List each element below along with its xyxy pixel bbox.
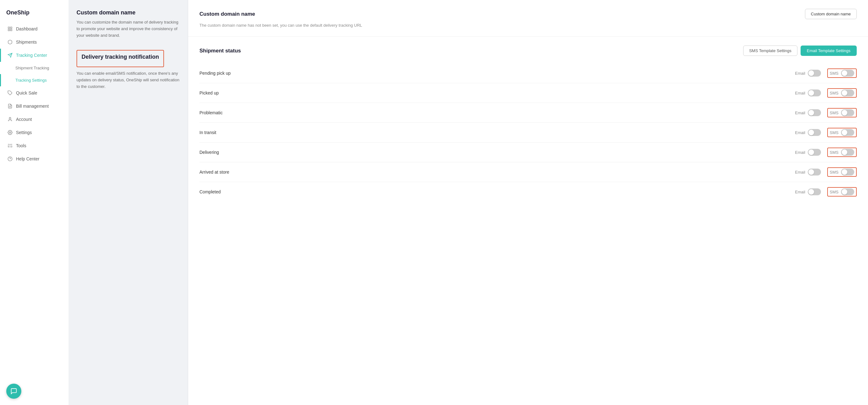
delivery-tracking-description: You can enable email/SMS notification, o… xyxy=(76,70,180,90)
email-toggle-group: Email xyxy=(795,169,821,175)
custom-domain-button[interactable]: Custom domain name xyxy=(805,9,857,19)
sidebar-item-label: Dashboard xyxy=(16,26,38,31)
sidebar-item-dashboard[interactable]: Dashboard xyxy=(0,22,69,35)
sidebar-item-shipment-tracking[interactable]: Shipment Tracking xyxy=(0,62,69,74)
sidebar-item-label: Tracking Center xyxy=(16,53,47,58)
email-toggle[interactable] xyxy=(808,169,821,175)
email-toggle[interactable] xyxy=(808,70,821,77)
sms-label: SMS xyxy=(830,71,839,76)
sidebar-item-tracking-center[interactable]: Tracking Center xyxy=(0,49,69,62)
custom-domain-section: Custom domain name You can customize the… xyxy=(76,9,180,39)
sms-toggle[interactable] xyxy=(841,129,854,136)
user-icon xyxy=(7,116,13,122)
sms-toggle-group: SMS xyxy=(827,187,857,197)
sidebar-item-label: Account xyxy=(16,117,32,122)
sidebar-item-help-center[interactable]: Help Center xyxy=(0,152,69,166)
email-label: Email xyxy=(795,111,805,115)
status-name: Delivering xyxy=(199,150,789,155)
table-row: Pending pick up Email SMS xyxy=(199,63,857,83)
sliders-icon xyxy=(7,143,13,148)
email-toggle-group: Email xyxy=(795,189,821,195)
sidebar-item-tracking-settings[interactable]: Tracking Settings xyxy=(0,74,69,86)
app-logo: OneShip xyxy=(0,6,69,22)
sidebar-item-account[interactable]: Account xyxy=(0,113,69,126)
svg-rect-0 xyxy=(8,27,10,29)
sms-toggle-group: SMS xyxy=(827,148,857,157)
sidebar-item-bill-management[interactable]: Bill management xyxy=(0,99,69,113)
package-icon xyxy=(7,39,13,45)
help-circle-icon xyxy=(7,156,13,162)
sidebar-item-tools[interactable]: Tools xyxy=(0,139,69,152)
custom-domain-title: Custom domain name xyxy=(76,9,180,16)
email-toggle-group: Email xyxy=(795,89,821,96)
table-row: Arrived at store Email SMS xyxy=(199,162,857,182)
email-toggle-group: Email xyxy=(795,109,821,116)
sms-toggle[interactable] xyxy=(841,89,854,96)
sms-toggle[interactable] xyxy=(841,149,854,156)
tag-icon xyxy=(7,90,13,96)
sidebar-item-settings[interactable]: Settings xyxy=(0,126,69,139)
shipment-status-title: Shipment status xyxy=(199,48,241,54)
sms-toggle[interactable] xyxy=(841,70,854,77)
status-header: Shipment status SMS Template Settings Em… xyxy=(199,46,857,56)
custom-domain-description: You can customize the domain name of del… xyxy=(76,19,180,39)
status-name: In transit xyxy=(199,130,789,135)
email-label: Email xyxy=(795,190,805,194)
sms-toggle-group: SMS xyxy=(827,88,857,98)
delivery-tracking-box: Delivery tracking notification xyxy=(76,50,164,67)
email-toggle[interactable] xyxy=(808,189,821,195)
svg-rect-1 xyxy=(10,27,12,29)
sms-toggle-group: SMS xyxy=(827,68,857,78)
custom-domain-block: Custom domain name Custom domain name Th… xyxy=(188,0,868,37)
email-label: Email xyxy=(795,91,805,95)
sms-label: SMS xyxy=(830,150,839,155)
table-row: Picked up Email SMS xyxy=(199,83,857,103)
sidebar-item-label: Shipments xyxy=(16,39,37,45)
sidebar-item-label: Shipment Tracking xyxy=(16,66,49,70)
sms-toggle-group: SMS xyxy=(827,167,857,177)
template-button-group: SMS Template Settings Email Template Set… xyxy=(743,46,857,56)
left-panel: Custom domain name You can customize the… xyxy=(69,0,188,405)
sms-toggle[interactable] xyxy=(841,109,854,116)
sms-label: SMS xyxy=(830,91,839,95)
table-row: In transit Email SMS xyxy=(199,123,857,143)
email-label: Email xyxy=(795,130,805,135)
sidebar-item-label: Quick Sale xyxy=(16,90,37,95)
sms-toggle-group: SMS xyxy=(827,128,857,137)
custom-domain-header: Custom domain name Custom domain name xyxy=(199,9,857,19)
email-toggle-group: Email xyxy=(795,149,821,156)
sms-label: SMS xyxy=(830,170,839,175)
email-toggle-group: Email xyxy=(795,129,821,136)
custom-domain-right-description: The custom domain name has not been set,… xyxy=(199,23,857,28)
sms-label: SMS xyxy=(830,130,839,135)
sms-toggle[interactable] xyxy=(841,169,854,175)
navigation-icon xyxy=(7,52,13,58)
email-template-button[interactable]: Email Template Settings xyxy=(801,46,857,56)
status-name: Arrived at store xyxy=(199,170,789,175)
sms-template-button[interactable]: SMS Template Settings xyxy=(743,46,798,56)
table-row: Problematic Email SMS xyxy=(199,103,857,123)
sidebar-item-label: Bill management xyxy=(16,104,49,109)
status-name: Picked up xyxy=(199,90,789,95)
email-toggle-group: Email xyxy=(795,70,821,77)
email-toggle[interactable] xyxy=(808,109,821,116)
sidebar-item-label: Tracking Settings xyxy=(16,78,47,83)
chat-bubble[interactable] xyxy=(6,384,21,399)
sms-toggle[interactable] xyxy=(841,189,854,195)
email-toggle[interactable] xyxy=(808,149,821,156)
sidebar-item-label: Settings xyxy=(16,130,32,135)
right-panel: Custom domain name Custom domain name Th… xyxy=(188,0,868,405)
email-toggle[interactable] xyxy=(808,89,821,96)
sms-label: SMS xyxy=(830,190,839,194)
sidebar: OneShip Dashboard Shipments Tracking Cen… xyxy=(0,0,69,405)
custom-domain-right-title: Custom domain name xyxy=(199,11,255,17)
file-text-icon xyxy=(7,103,13,109)
settings-icon xyxy=(7,130,13,135)
sidebar-item-label: Tools xyxy=(16,143,26,148)
grid-icon xyxy=(7,26,13,32)
sidebar-item-shipments[interactable]: Shipments xyxy=(0,35,69,49)
sidebar-item-label: Help Center xyxy=(16,156,39,162)
email-toggle[interactable] xyxy=(808,129,821,136)
sidebar-item-quick-sale[interactable]: Quick Sale xyxy=(0,86,69,99)
email-label: Email xyxy=(795,170,805,175)
